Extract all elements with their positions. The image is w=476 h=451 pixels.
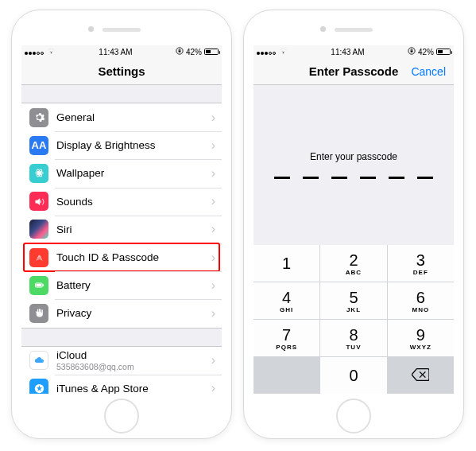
row-siri[interactable]: Siri ›	[21, 216, 222, 243]
status-time: 11:43 AM	[331, 48, 364, 56]
row-display[interactable]: AA Display & Brightness ›	[21, 131, 222, 159]
key-letters: GHI	[280, 306, 293, 313]
passcode-dash	[303, 177, 319, 179]
row-privacy[interactable]: Privacy ›	[21, 299, 222, 327]
navbar-settings: Settings	[21, 58, 222, 85]
passcode-top: Enter your passcode	[253, 85, 454, 245]
appstore-icon	[29, 379, 48, 394]
row-label: Wallpaper	[56, 167, 208, 179]
wifi-icon	[279, 48, 288, 56]
phone-settings: 11:43 AM 42% Settings General ›	[11, 10, 232, 439]
battery-pct: 42%	[186, 48, 202, 56]
key-letters: DEF	[413, 269, 428, 276]
navbar-passcode: Enter Passcode Cancel	[253, 58, 454, 85]
svg-rect-8	[36, 284, 41, 286]
row-label: Battery	[56, 279, 208, 291]
key-6[interactable]: 6MNO	[388, 282, 454, 319]
key-5[interactable]: 5JKL	[320, 282, 386, 319]
keypad: 1 2ABC 3DEF 4GHI 5JKL 6MNO 7PQRS 8TUV 9W…	[253, 245, 454, 394]
key-letters: WXYZ	[410, 344, 431, 351]
group-gap	[21, 85, 222, 103]
row-icloud[interactable]: iCloud 535863608@qq.com ›	[21, 347, 222, 375]
passcode-prompt: Enter your passcode	[310, 151, 397, 162]
row-label: iCloud	[56, 349, 208, 361]
orientation-lock-icon	[408, 47, 416, 56]
chevron-right-icon: ›	[208, 278, 219, 293]
home-button[interactable]	[336, 399, 371, 434]
status-right: 42%	[176, 47, 219, 56]
row-sounds[interactable]: Sounds ›	[21, 188, 222, 216]
chevron-right-icon: ›	[208, 306, 219, 321]
chevron-right-icon: ›	[208, 166, 219, 181]
key-delete[interactable]	[388, 357, 454, 394]
row-touchid[interactable]: Touch ID & Passcode ›	[21, 243, 222, 271]
passcode-dash	[417, 177, 433, 179]
key-digit: 0	[349, 367, 358, 385]
svg-rect-1	[179, 51, 181, 52]
phone-camera	[88, 26, 94, 32]
row-battery[interactable]: Battery ›	[21, 271, 222, 299]
battery-icon	[436, 49, 451, 55]
key-1[interactable]: 1	[253, 245, 319, 282]
battery-pct: 42%	[418, 48, 434, 56]
signal-dots-icon	[257, 48, 277, 56]
key-letters: ABC	[346, 269, 362, 276]
status-bar: 11:43 AM 42%	[253, 45, 454, 58]
passcode-dash	[331, 177, 347, 179]
backspace-icon	[412, 367, 429, 385]
chevron-right-icon: ›	[208, 194, 219, 208]
wifi-icon	[47, 48, 56, 56]
signal-dots-icon	[25, 48, 45, 56]
settings-group-1: General › AA Display & Brightness › Wall…	[21, 103, 222, 329]
row-wallpaper[interactable]: Wallpaper ›	[21, 159, 222, 187]
key-0[interactable]: 0	[320, 357, 386, 394]
chevron-right-icon: ›	[208, 111, 219, 125]
passcode-dash	[360, 177, 376, 179]
row-label: Display & Brightness	[56, 139, 208, 151]
row-itunes[interactable]: iTunes & App Store ›	[21, 375, 222, 394]
orientation-lock-icon	[176, 47, 184, 56]
row-label: Siri	[56, 224, 208, 235]
row-label: iTunes & App Store	[56, 383, 208, 394]
chevron-right-icon: ›	[208, 222, 219, 236]
gear-icon	[29, 108, 48, 127]
key-letters: MNO	[412, 306, 429, 313]
svg-rect-14	[411, 51, 413, 52]
status-right: 42%	[408, 47, 451, 56]
key-digit: 3	[416, 251, 425, 270]
key-3[interactable]: 3DEF	[388, 245, 454, 282]
key-digit: 1	[282, 255, 291, 273]
phone-camera	[320, 26, 326, 32]
key-4[interactable]: 4GHI	[253, 282, 319, 319]
key-8[interactable]: 8TUV	[320, 320, 386, 356]
home-button[interactable]	[104, 399, 139, 434]
passcode-dash	[389, 177, 404, 179]
battery-icon	[204, 49, 219, 55]
key-digit: 5	[349, 289, 358, 307]
key-digit: 7	[282, 326, 291, 344]
chevron-right-icon: ›	[208, 138, 219, 153]
key-letters: TUV	[346, 344, 361, 351]
key-9[interactable]: 9WXYZ	[388, 320, 454, 356]
row-label: Privacy	[56, 307, 208, 319]
siri-icon	[29, 220, 48, 239]
row-general[interactable]: General ›	[21, 103, 222, 131]
passcode-dashes	[274, 177, 433, 179]
page-title: Enter Passcode	[309, 64, 399, 78]
row-label: General	[56, 111, 208, 123]
key-7[interactable]: 7PQRS	[253, 320, 319, 356]
cancel-button[interactable]: Cancel	[411, 65, 446, 78]
key-blank	[253, 357, 319, 394]
key-digit: 2	[349, 251, 358, 270]
key-2[interactable]: 2ABC	[320, 245, 386, 282]
row-label: Sounds	[56, 196, 208, 208]
phone-speaker	[335, 28, 373, 32]
speaker-icon	[29, 192, 48, 211]
chevron-right-icon: ›	[208, 251, 219, 265]
passcode-area: Enter your passcode 1 2ABC 3DEF 4GHI 5JK…	[253, 85, 454, 394]
svg-rect-7	[42, 284, 43, 286]
key-letters: JKL	[346, 306, 361, 313]
settings-group-2: iCloud 535863608@qq.com › iTunes & App S…	[21, 346, 222, 395]
page-title: Settings	[98, 64, 145, 78]
chevron-right-icon: ›	[208, 381, 219, 394]
